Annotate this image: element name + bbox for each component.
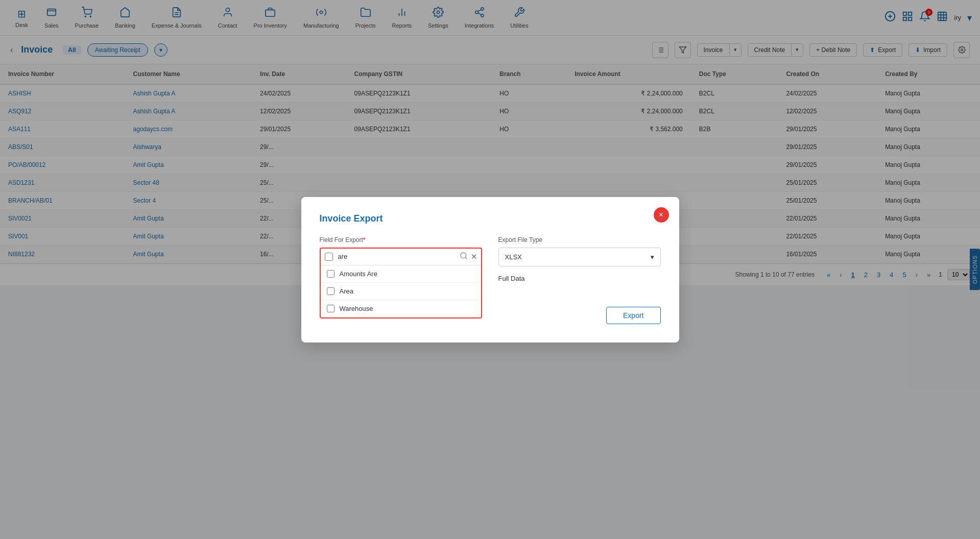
modal-right-panel: Export File Type XLSX ▾ Full Data Export bbox=[498, 236, 661, 286]
field-for-export-label: Field For Export* bbox=[320, 236, 482, 243]
file-type-arrow-icon: ▾ bbox=[651, 253, 654, 261]
export-file-type-dropdown[interactable]: XLSX ▾ bbox=[498, 248, 661, 266]
svg-line-38 bbox=[465, 257, 467, 259]
select-all-checkbox[interactable] bbox=[325, 253, 333, 261]
field-for-export-dropdown[interactable]: ✕ Amounts Are Area Warehou bbox=[320, 248, 482, 286]
modal-close-button[interactable]: × bbox=[654, 207, 669, 223]
modal-body: Field For Export* ✕ bbox=[320, 236, 661, 286]
modal-overlay: Invoice Export × Field For Export* ✕ bbox=[0, 0, 980, 285]
search-clear-button[interactable]: ✕ bbox=[471, 253, 477, 261]
modal-left-panel: Field For Export* ✕ bbox=[320, 236, 482, 286]
option-amounts-are[interactable]: Amounts Are bbox=[321, 265, 481, 283]
dropdown-options-list: Amounts Are Area Warehouse bbox=[321, 265, 481, 286]
full-data-label: Full Data bbox=[498, 275, 661, 282]
search-row: ✕ bbox=[321, 249, 481, 265]
option-amounts-are-label: Amounts Are bbox=[340, 270, 377, 278]
option-area[interactable]: Area bbox=[321, 283, 481, 286]
export-file-type-label: Export File Type bbox=[498, 236, 661, 243]
search-icon[interactable] bbox=[460, 252, 468, 262]
invoice-export-modal: Invoice Export × Field For Export* ✕ bbox=[301, 197, 679, 286]
export-file-type-value: XLSX bbox=[505, 253, 522, 261]
field-search-input[interactable] bbox=[336, 252, 457, 261]
checkbox-amounts-are[interactable] bbox=[327, 270, 334, 278]
svg-point-37 bbox=[461, 253, 466, 258]
modal-title: Invoice Export bbox=[320, 213, 661, 224]
